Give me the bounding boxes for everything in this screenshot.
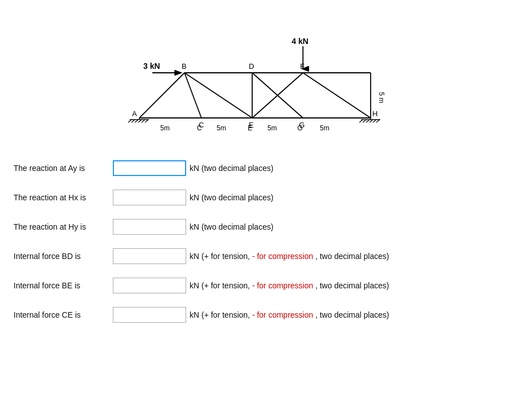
input-be[interactable] — [113, 278, 186, 293]
svg-line-26 — [184, 73, 252, 118]
svg-text:E: E — [248, 124, 252, 132]
svg-text:B: B — [182, 62, 187, 71]
label-ce: Internal force CE is — [14, 310, 109, 319]
row-hx: The reaction at Hx iskN (two decimal pla… — [14, 183, 521, 212]
svg-line-30 — [303, 73, 371, 118]
input-hy[interactable] — [113, 219, 186, 235]
row-bd: Internal force BD iskN (+ for tension, -… — [14, 242, 521, 271]
truss-diagram: 3 kN 4 kN A B C D E F G H 5m 5m 5m 5m C … — [11, 19, 521, 138]
svg-text:F: F — [300, 62, 305, 71]
qa-section: The reaction at Ay iskN (two decimal pla… — [14, 153, 521, 330]
svg-text:C: C — [197, 124, 202, 132]
label-ay: The reaction at Ay is — [14, 164, 109, 173]
input-hx[interactable] — [113, 190, 186, 205]
suffix-be: kN (+ for tension, - for compression , t… — [190, 281, 389, 290]
label-be: Internal force BE is — [14, 281, 109, 290]
svg-text:5m: 5m — [160, 124, 170, 132]
row-ay: The reaction at Ay iskN (two decimal pla… — [14, 153, 521, 183]
suffix-bd: kN (+ for tension, - for compression , t… — [190, 252, 389, 261]
svg-text:H: H — [372, 109, 377, 118]
svg-line-24 — [139, 73, 184, 118]
row-be: Internal force BE iskN (+ for tension, -… — [14, 271, 521, 300]
label-bd: Internal force BD is — [14, 252, 109, 261]
svg-text:3 kN: 3 kN — [143, 62, 160, 71]
svg-text:D: D — [249, 62, 254, 71]
svg-text:5 m: 5 m — [377, 92, 385, 103]
svg-text:G: G — [297, 124, 302, 132]
input-bd[interactable] — [113, 248, 186, 264]
svg-text:5m: 5m — [267, 124, 277, 132]
svg-text:A: A — [132, 109, 137, 118]
svg-text:5m: 5m — [217, 124, 226, 132]
suffix-hy: kN (two decimal places) — [190, 222, 274, 231]
svg-text:4 kN: 4 kN — [292, 37, 309, 46]
label-hy: The reaction at Hy is — [14, 222, 109, 231]
suffix-ce: kN (+ for tension, - for compression , t… — [190, 310, 389, 319]
input-ay[interactable] — [113, 160, 186, 176]
label-hx: The reaction at Hx is — [14, 193, 109, 202]
suffix-ay: kN (two decimal places) — [190, 164, 274, 173]
input-ce[interactable] — [113, 307, 186, 323]
svg-text:5m: 5m — [320, 124, 329, 132]
row-hy: The reaction at Hy iskN (two decimal pla… — [14, 212, 521, 242]
suffix-hx: kN (two decimal places) — [190, 193, 274, 202]
row-ce: Internal force CE iskN (+ for tension, -… — [14, 300, 521, 330]
svg-line-25 — [184, 73, 201, 118]
